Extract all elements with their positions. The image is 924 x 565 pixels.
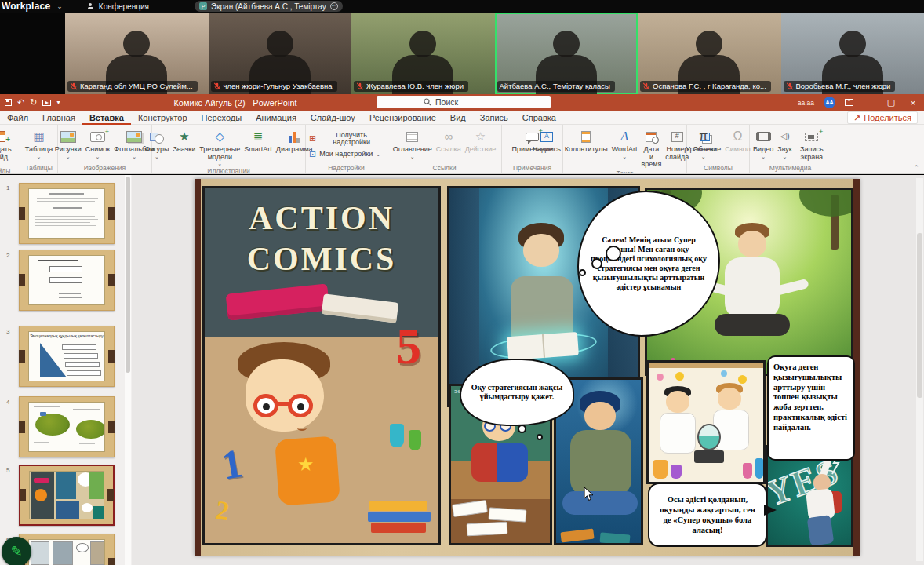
participant-name-tag: Оспанова Г.С. , г Караганда, ко... — [640, 81, 771, 92]
thought-dot — [606, 246, 621, 261]
tab-record[interactable]: Запись — [473, 111, 515, 125]
tab-help[interactable]: Справка — [515, 111, 563, 125]
screen-share-pill[interactable]: P Экран (Айтбаева А.С., Теміртау ⋯ — [195, 1, 343, 12]
participant-name-tag: член жюри-Гульнур Узакбаевна — [211, 81, 337, 92]
annotation-pencil-button[interactable]: ✎ — [2, 537, 31, 565]
participant-video-4-active-speaker[interactable]: Айтбаева А.С., Теміртау қаласы — [495, 13, 638, 94]
get-addins-button[interactable]: ⊞Получить надстройки — [307, 131, 385, 148]
audio-button[interactable]: ◁)Звук⌄ — [776, 126, 793, 164]
tab-transitions[interactable]: Переходы — [195, 111, 249, 125]
header-footer-button[interactable]: Колонтитулы — [563, 126, 609, 170]
comic-title-line1: ACTION — [205, 199, 438, 237]
participant-video-1[interactable]: Караганд обл УМЦ РО Сулейм... — [65, 13, 209, 94]
caption-box-project[interactable]: Оқуға деген қызығушылықты арттыру үшін т… — [767, 355, 855, 461]
blue-flask — [755, 458, 763, 479]
slide-thumbnail-6[interactable] — [19, 534, 115, 565]
thought-bubble-strategy[interactable]: Оқу стратегиясын жақсы ұйымдастыру қажет… — [460, 359, 574, 426]
workspace-label[interactable]: Workplace — [2, 1, 50, 12]
tab-animations[interactable]: Анимация — [249, 111, 304, 125]
panel-action-comics-cover[interactable]: ACTION COMICS 5 ★ 1 2 — [202, 186, 441, 545]
smiley-emoji — [738, 375, 747, 384]
thumbnail-scrollbar[interactable] — [125, 175, 131, 565]
round-flask — [697, 424, 721, 450]
tab-insert[interactable]: Вставка — [82, 111, 131, 125]
chevron-down-icon: ⌄ — [37, 154, 42, 159]
3d-models-button[interactable]: ◇Трехмерные модели⌄ — [198, 126, 242, 167]
save-icon[interactable] — [5, 99, 12, 106]
tab-design[interactable]: Конструктор — [131, 111, 195, 125]
slide-thumbnail-2[interactable] — [19, 250, 115, 311]
slide-canvas[interactable]: ACTION COMICS 5 ★ 1 2 — [195, 179, 860, 556]
date-time-icon — [646, 127, 657, 146]
avatar[interactable]: АА — [824, 97, 835, 108]
participant-video-2[interactable]: член жюри-Гульнур Узакбаевна — [209, 13, 352, 94]
editor-scrollbar[interactable] — [916, 178, 923, 561]
conference-menu[interactable]: Конференция — [88, 2, 149, 11]
slide-thumbnail-4[interactable] — [19, 396, 115, 457]
presenter-badge: P — [199, 2, 207, 10]
toc-button[interactable]: Оглавление⌄ — [391, 126, 434, 164]
participant-video-6[interactable]: Воробьева М.Г., член жюри — [781, 13, 924, 94]
smartart-button[interactable]: ≣SmartArt — [242, 126, 274, 167]
new-slide-button[interactable]: Создать слайд⌄ — [0, 126, 18, 167]
tab-review[interactable]: Рецензирование — [362, 111, 443, 125]
date-time-button[interactable]: Дата и время — [639, 126, 663, 170]
blue-emoji — [721, 370, 727, 377]
silhouette — [553, 31, 580, 57]
maximize-button[interactable]: ▢ — [885, 97, 897, 108]
panel-lab-kids[interactable] — [646, 360, 766, 484]
teal-flask — [390, 424, 404, 447]
my-addins-button[interactable]: ⊡Мои надстройки⌄ — [307, 149, 382, 160]
redo-icon[interactable]: ↻ — [30, 97, 37, 108]
video-icon — [756, 127, 771, 146]
thought-dot — [591, 258, 602, 269]
tree-canopy — [799, 188, 853, 217]
screen-recording-button[interactable]: Запись экрана — [795, 126, 829, 164]
slide-number: 5 — [6, 467, 9, 474]
chevron-down-icon[interactable]: ⌄ — [56, 2, 63, 10]
more-options-icon[interactable]: ⋯ — [330, 2, 338, 10]
chevron-down-icon: ⌄ — [96, 154, 100, 159]
qat-customize-icon[interactable]: ▾ — [56, 99, 60, 106]
shelf — [649, 363, 763, 368]
ribbon-display-options-icon[interactable]: ⌃ — [845, 99, 853, 106]
tab-view[interactable]: Вид — [443, 111, 473, 125]
participant-video-3[interactable]: Журавлева Ю.В. член жюри — [351, 13, 495, 94]
equation-button[interactable]: πУравнение⌄ — [684, 126, 722, 164]
ribbon-group-slides: Создать слайд⌄ Слайды — [0, 125, 20, 173]
slide-number: 1 — [6, 184, 9, 191]
slide-thumbnail-1[interactable] — [19, 183, 115, 244]
chevron-down-icon: ⌄ — [783, 154, 788, 159]
table-button[interactable]: ▦Таблица⌄ — [24, 126, 54, 164]
collapse-ribbon-icon[interactable]: ⌃ — [913, 164, 919, 172]
participant-video-5[interactable]: Оспанова Г.С. , г Караганда, ко... — [638, 13, 781, 94]
slideshow-icon[interactable] — [42, 100, 51, 106]
tab-slideshow[interactable]: Слайд-шоу — [304, 111, 362, 125]
kid-lab-coat — [660, 413, 696, 454]
close-button[interactable]: × — [907, 98, 919, 108]
share-icon: ↗ — [853, 113, 860, 123]
share-button[interactable]: ↗Поделиться — [847, 111, 918, 124]
ribbon-group-text: Надпись Колонтитулы WordArt⌄ Дата и врем… — [563, 125, 687, 173]
icons-button[interactable]: ★Значки — [171, 126, 197, 167]
wordart-button[interactable]: WordArt⌄ — [610, 126, 639, 170]
equation-icon: π — [699, 127, 708, 146]
pictures-button[interactable]: Рисунки⌄ — [53, 126, 83, 164]
undo-icon[interactable]: ↶ — [17, 97, 24, 108]
minimize-button[interactable]: — — [863, 98, 875, 108]
speech-bubble-conclusion[interactable]: Осы әдісті қолданып, оқуыңды жақсартып, … — [648, 483, 767, 547]
tab-file[interactable]: Файл — [0, 111, 35, 125]
tab-home[interactable]: Главная — [35, 111, 82, 125]
slide-thumbnail-panel: 1 2 — [0, 175, 132, 565]
shapes-button[interactable]: Фигуры⌄ — [143, 126, 170, 167]
slide-thumbnail-5-selected[interactable] — [19, 465, 115, 526]
search-icon — [424, 98, 431, 106]
conference-label: Конференция — [99, 2, 149, 11]
video-button[interactable]: Видео⌄ — [751, 126, 775, 164]
slide-thumbnail-3[interactable]: Эмоционалдық құндылық қалыптастыру — [19, 326, 115, 387]
search-input[interactable]: Поиск — [377, 96, 551, 108]
document-title: Комикс Айгуль (2) - PowerPoint — [133, 98, 337, 108]
open-book — [452, 500, 488, 517]
silhouette — [123, 31, 150, 57]
screenshot-button[interactable]: Снимок⌄ — [84, 126, 112, 164]
